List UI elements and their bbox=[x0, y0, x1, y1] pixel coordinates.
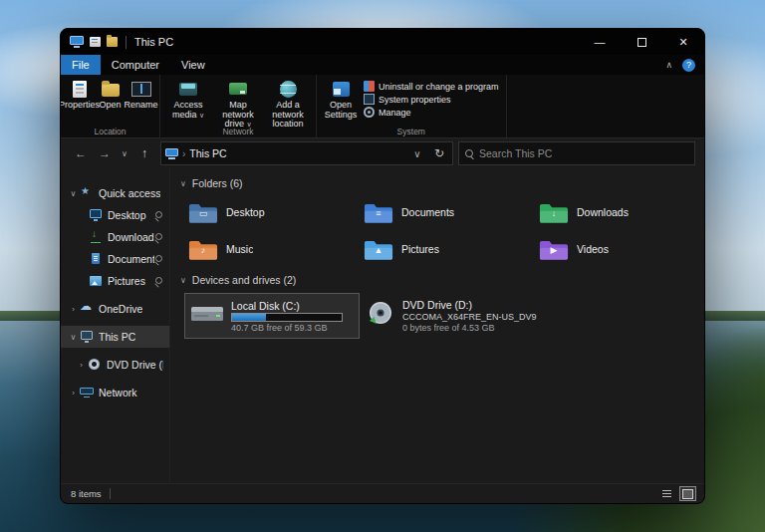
folders-section-header[interactable]: ∨ Folders (6) bbox=[180, 172, 700, 194]
add-network-location-icon bbox=[278, 79, 298, 99]
system-properties-button[interactable]: System properties bbox=[364, 94, 499, 105]
add-network-location-label: Add a network location bbox=[263, 101, 313, 130]
drive-tile-dvd-d[interactable]: DVD Drive (D:) CCCOMA_X64FRE_EN-US_DV9 0… bbox=[360, 293, 535, 339]
up-button[interactable]: ↑ bbox=[133, 142, 155, 164]
titlebar[interactable]: This PC — ✕ bbox=[61, 29, 704, 55]
tab-computer[interactable]: Computer bbox=[101, 55, 170, 75]
folder-tile-desktop[interactable]: ▭ Desktop bbox=[184, 196, 360, 228]
quick-access-icon bbox=[80, 187, 94, 199]
ribbon-tab-bar: File Computer View ∧ ? bbox=[61, 55, 704, 75]
large-icons-view-button[interactable] bbox=[679, 486, 696, 501]
downloads-folder-icon: ↓ bbox=[539, 200, 569, 225]
dropdown-icon: ∨ bbox=[199, 112, 204, 119]
sidebar-item-dvd-drive[interactable]: › DVD Drive (D:) CCCO bbox=[61, 354, 169, 376]
ribbon-tab-bar-right: ∧ ? bbox=[665, 55, 704, 75]
desktop-icon bbox=[89, 209, 103, 221]
navigation-pane: ∨ Quick access Desktop Downloads Documen… bbox=[61, 168, 170, 483]
refresh-button[interactable]: ↻ bbox=[430, 143, 448, 163]
pictures-emblem-icon: ▲ bbox=[364, 246, 393, 255]
help-icon[interactable]: ? bbox=[682, 59, 695, 72]
maximize-icon bbox=[638, 38, 646, 47]
desktop-emblem-icon: ▭ bbox=[188, 209, 218, 218]
sidebar-item-quick-access[interactable]: ∨ Quick access bbox=[61, 182, 169, 204]
sidebar-item-onedrive[interactable]: › OneDrive bbox=[61, 298, 169, 320]
open-label: Open bbox=[99, 101, 121, 111]
qat-new-folder-icon[interactable] bbox=[107, 37, 118, 47]
folder-tile-downloads[interactable]: ↓ Downloads bbox=[535, 196, 704, 228]
chevron-right-icon[interactable]: › bbox=[67, 305, 80, 314]
chevron-down-icon[interactable]: ∨ bbox=[180, 276, 186, 285]
uninstall-program-button[interactable]: Uninstall or change a program bbox=[364, 81, 499, 92]
this-pc-window-icon bbox=[70, 36, 84, 48]
address-bar[interactable]: › This PC ∨ ↻ bbox=[160, 141, 453, 165]
documents-folder-icon: ≡ bbox=[364, 200, 393, 225]
back-button[interactable]: ← bbox=[70, 142, 92, 164]
location-group-label: Location bbox=[61, 127, 159, 136]
chevron-right-icon[interactable]: › bbox=[67, 389, 80, 398]
file-list-area: ∨ Folders (6) ▭ Desktop ≡ Documents bbox=[170, 168, 704, 483]
sidebar-item-downloads[interactable]: Downloads bbox=[61, 226, 169, 248]
sidebar-item-desktop[interactable]: Desktop bbox=[61, 204, 169, 226]
folder-tile-videos[interactable]: ▶ Videos bbox=[535, 233, 704, 265]
tab-view[interactable]: View bbox=[170, 55, 216, 75]
access-media-label: Access media ∨ bbox=[163, 101, 213, 120]
folder-tile-pictures[interactable]: ▲ Pictures bbox=[360, 233, 535, 265]
folder-tile-music[interactable]: ♪ Music bbox=[184, 233, 360, 265]
open-settings-label: Open Settings bbox=[320, 101, 362, 120]
documents-icon bbox=[89, 253, 103, 265]
properties-label: Properties bbox=[60, 101, 100, 111]
dvd-drive-icon bbox=[88, 359, 102, 371]
local-disk-icon bbox=[190, 300, 224, 332]
pin-icon bbox=[154, 233, 163, 242]
sidebar-item-pictures[interactable]: Pictures bbox=[61, 270, 169, 292]
network-group-label: Network bbox=[160, 127, 316, 136]
drives-header-label: Devices and drives (2) bbox=[192, 274, 296, 286]
music-folder-icon: ♪ bbox=[188, 237, 218, 262]
recent-locations-button[interactable]: ∨ bbox=[118, 142, 131, 164]
pin-icon bbox=[154, 277, 163, 286]
access-media-icon bbox=[178, 79, 198, 99]
window-title: This PC bbox=[134, 36, 579, 48]
view-toggles bbox=[654, 486, 696, 501]
chevron-down-icon[interactable]: ∨ bbox=[180, 179, 186, 188]
manage-label: Manage bbox=[379, 108, 411, 118]
minimize-button[interactable]: — bbox=[579, 29, 621, 55]
forward-button[interactable]: → bbox=[94, 142, 116, 164]
uninstall-icon bbox=[364, 81, 375, 92]
rename-button[interactable]: Rename bbox=[126, 77, 156, 111]
capacity-bar bbox=[231, 313, 343, 322]
pin-icon bbox=[154, 255, 163, 264]
open-settings-button[interactable]: Open Settings bbox=[320, 77, 362, 120]
search-box[interactable] bbox=[458, 141, 695, 165]
ribbon-group-network: Access media ∨ Map network drive ∨ Add a… bbox=[160, 75, 317, 137]
properties-button[interactable]: Properties bbox=[64, 77, 95, 111]
address-dropdown-button[interactable]: ∨ bbox=[408, 143, 426, 163]
collapse-ribbon-icon[interactable]: ∧ bbox=[665, 60, 672, 70]
details-view-button[interactable] bbox=[658, 486, 675, 501]
close-button[interactable]: ✕ bbox=[662, 29, 704, 55]
folder-tile-documents[interactable]: ≡ Documents bbox=[360, 196, 535, 228]
maximize-button[interactable] bbox=[621, 29, 662, 55]
map-network-drive-icon bbox=[228, 79, 248, 99]
open-settings-icon bbox=[331, 79, 351, 99]
qat-properties-icon[interactable] bbox=[90, 37, 101, 47]
statusbar-separator bbox=[110, 488, 111, 499]
access-media-button[interactable]: Access media ∨ bbox=[163, 77, 213, 120]
chevron-down-icon[interactable]: ∨ bbox=[67, 333, 80, 342]
sidebar-item-network[interactable]: › Network bbox=[61, 382, 169, 403]
sidebar-item-documents[interactable]: Documents bbox=[61, 248, 169, 270]
open-button[interactable]: Open bbox=[95, 77, 126, 111]
chevron-down-icon[interactable]: ∨ bbox=[67, 189, 80, 198]
manage-button[interactable]: Manage bbox=[364, 107, 499, 118]
search-input[interactable] bbox=[479, 147, 688, 159]
add-network-location-button[interactable]: Add a network location bbox=[263, 77, 313, 130]
drives-section-header[interactable]: ∨ Devices and drives (2) bbox=[180, 269, 700, 291]
ribbon-group-system: Open Settings Uninstall or change a prog… bbox=[317, 75, 507, 137]
videos-folder-icon: ▶ bbox=[539, 237, 569, 262]
chevron-right-icon[interactable]: › bbox=[75, 361, 88, 370]
sidebar-item-this-pc[interactable]: ∨ This PC bbox=[61, 326, 169, 348]
breadcrumb[interactable]: This PC bbox=[189, 147, 404, 159]
tab-file[interactable]: File bbox=[61, 55, 101, 75]
drive-tile-local-disk-c[interactable]: Local Disk (C:) 40.7 GB free of 59.3 GB bbox=[184, 293, 360, 339]
map-network-drive-button[interactable]: Map network drive ∨ bbox=[213, 77, 263, 130]
